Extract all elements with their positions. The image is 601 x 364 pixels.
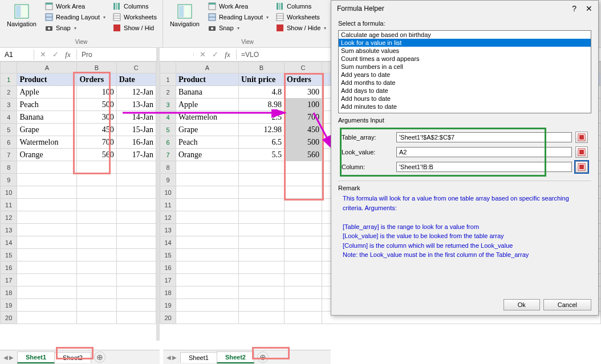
fx-button[interactable]: fx bbox=[62, 50, 74, 59]
cell[interactable]: Banana bbox=[176, 86, 239, 99]
cell[interactable]: 700 bbox=[77, 136, 116, 149]
formula-list-item[interactable]: Count times a word appears bbox=[339, 55, 591, 63]
table-row[interactable]: 4Banana30014-Jan bbox=[1, 111, 156, 124]
header-cell[interactable]: Orders bbox=[77, 73, 116, 86]
cell[interactable]: Grape bbox=[17, 124, 77, 136]
cancel-button[interactable]: Cancel bbox=[543, 299, 591, 310]
cell[interactable]: Apple bbox=[17, 86, 77, 99]
cell[interactable]: 500 bbox=[77, 99, 116, 111]
navigation-button[interactable]: Navigation bbox=[167, 1, 203, 28]
add-sheet-button[interactable]: ⊕ bbox=[94, 351, 105, 363]
tab-nav-prev[interactable]: ◀ bbox=[167, 354, 171, 361]
table-row[interactable]: 7Orange56017-Jan bbox=[1, 149, 156, 161]
ok-button[interactable]: Ok bbox=[503, 299, 540, 310]
tab-sheet2[interactable]: Sheet2 bbox=[54, 352, 91, 363]
reading-layout-button[interactable]: Reading Layout▾ bbox=[42, 12, 108, 22]
show-hide-button[interactable]: Show / Hide▾ bbox=[273, 23, 328, 33]
worksheets-button[interactable]: Worksheets bbox=[110, 12, 159, 22]
formula-list-item[interactable]: Add hours to date bbox=[339, 95, 591, 103]
formula-list[interactable]: Calculate age based on birthdayLook for … bbox=[338, 30, 591, 113]
range-picker-button[interactable] bbox=[575, 132, 588, 143]
cell[interactable]: 700 bbox=[285, 111, 322, 124]
header-cell[interactable]: Orders bbox=[285, 73, 322, 86]
col-header[interactable]: B bbox=[77, 62, 116, 73]
formula-list-item[interactable]: Sum numbers in a cell bbox=[339, 63, 591, 71]
formula-list-item[interactable]: Add months to date bbox=[339, 79, 591, 87]
cell[interactable]: Peach bbox=[17, 99, 77, 111]
col-header[interactable]: C bbox=[285, 62, 322, 73]
cell[interactable]: 12-Jan bbox=[116, 86, 156, 99]
worksheets-button[interactable]: Worksheets bbox=[273, 12, 328, 22]
cell[interactable]: 560 bbox=[77, 149, 116, 161]
formula-list-item[interactable]: Add years to date bbox=[339, 71, 591, 79]
formula-list-item[interactable]: Calculate age based on birthday bbox=[339, 31, 591, 39]
cell[interactable]: 5.5 bbox=[239, 149, 285, 161]
snap-button[interactable]: Snap▾ bbox=[42, 23, 108, 33]
cancel-formula-button[interactable]: ✕ bbox=[36, 50, 49, 59]
cell[interactable]: 8.98 bbox=[239, 99, 285, 111]
table-array-input[interactable] bbox=[396, 132, 572, 142]
work-area-button[interactable]: Work Area bbox=[205, 1, 271, 11]
col-header[interactable]: B bbox=[239, 62, 285, 73]
cell[interactable]: Orange bbox=[17, 149, 77, 161]
name-box[interactable] bbox=[160, 54, 194, 56]
cell[interactable]: 450 bbox=[285, 124, 322, 136]
dialog-titlebar[interactable]: Formula Helper ? ✕ bbox=[331, 1, 598, 17]
tab-nav-next[interactable]: ▶ bbox=[9, 354, 14, 361]
cell[interactable]: 100 bbox=[77, 86, 116, 99]
table-row[interactable]: 5Grape45015-Jan bbox=[1, 124, 156, 136]
header-cell[interactable]: Product bbox=[176, 73, 239, 86]
add-sheet-button[interactable]: ⊕ bbox=[257, 351, 269, 363]
cell[interactable]: Watermelon bbox=[17, 136, 77, 149]
formula-list-item[interactable]: Sum absolute values bbox=[339, 47, 591, 55]
name-box[interactable]: A1 bbox=[0, 50, 34, 60]
col-header[interactable]: C bbox=[116, 62, 156, 73]
cell[interactable]: 560 bbox=[285, 149, 322, 161]
header-cell[interactable]: Date bbox=[116, 73, 156, 86]
col-header[interactable]: A bbox=[176, 62, 239, 73]
cell[interactable]: 2.5 bbox=[239, 111, 285, 124]
formula-list-item[interactable]: Add days to date bbox=[339, 87, 591, 95]
cell[interactable]: 450 bbox=[77, 124, 116, 136]
navigation-button[interactable]: Navigation bbox=[3, 1, 40, 28]
reading-layout-button[interactable]: Reading Layout▾ bbox=[205, 12, 271, 22]
cell[interactable]: 6.5 bbox=[239, 136, 285, 149]
col-header[interactable]: A bbox=[17, 62, 77, 73]
columns-button[interactable]: Columns bbox=[110, 1, 159, 11]
columns-button[interactable]: Columns bbox=[273, 1, 328, 11]
enter-formula-button[interactable]: ✓ bbox=[49, 50, 62, 59]
cell[interactable]: 4.8 bbox=[239, 86, 285, 99]
cell[interactable]: 16-Jan bbox=[116, 136, 156, 149]
snap-button[interactable]: Snap▾ bbox=[205, 23, 271, 33]
cell[interactable]: 300 bbox=[77, 111, 116, 124]
cell[interactable]: Banana bbox=[17, 111, 77, 124]
cell[interactable]: 17-Jan bbox=[116, 149, 156, 161]
show-hide-button[interactable]: Show / Hid bbox=[110, 23, 159, 33]
tab-sheet1[interactable]: Sheet1 bbox=[180, 352, 217, 363]
table-row[interactable]: 2Apple10012-Jan bbox=[1, 86, 156, 99]
cancel-formula-button[interactable]: ✕ bbox=[196, 50, 209, 59]
cell[interactable]: Watermelon bbox=[176, 111, 239, 124]
tab-nav-next[interactable]: ▶ bbox=[172, 354, 177, 361]
cell[interactable]: Peach bbox=[176, 136, 239, 149]
table-row[interactable]: 3Peach50013-Jan bbox=[1, 99, 156, 111]
header-cell[interactable]: Product bbox=[17, 73, 77, 86]
cell[interactable]: 100 bbox=[285, 99, 322, 111]
sheet1-grid[interactable]: ABC 1ProductOrdersDate 2Apple10012-Jan3P… bbox=[0, 62, 160, 341]
range-picker-button[interactable] bbox=[575, 161, 588, 173]
formula-list-item[interactable]: Look for a value in list bbox=[339, 39, 591, 47]
close-button[interactable]: ✕ bbox=[586, 4, 592, 13]
look-value-input[interactable] bbox=[396, 147, 572, 157]
formula-input[interactable]: Pro bbox=[76, 50, 156, 60]
cell[interactable]: 300 bbox=[285, 86, 322, 99]
cell[interactable]: 13-Jan bbox=[116, 99, 156, 111]
cell[interactable]: 12.98 bbox=[239, 124, 285, 136]
cell[interactable]: 15-Jan bbox=[116, 124, 156, 136]
cell[interactable]: 14-Jan bbox=[116, 111, 156, 124]
help-button[interactable]: ? bbox=[572, 4, 576, 13]
table-row[interactable]: 6Watermelon70016-Jan bbox=[1, 136, 156, 149]
cell[interactable]: 500 bbox=[285, 136, 322, 149]
work-area-button[interactable]: Work Area bbox=[42, 1, 108, 11]
formula-list-item[interactable]: Add minutes to date bbox=[339, 103, 591, 111]
column-input[interactable] bbox=[396, 162, 572, 172]
